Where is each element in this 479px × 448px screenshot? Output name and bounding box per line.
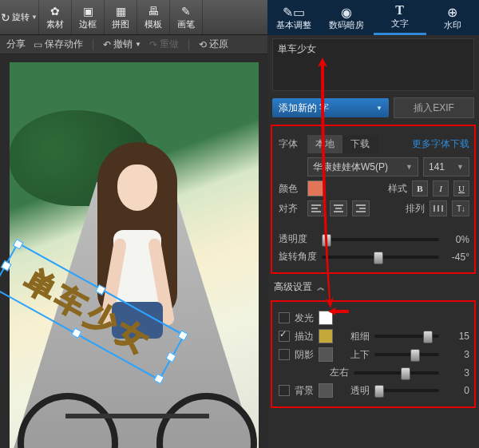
redo-button[interactable]: ↷重做 [149, 38, 179, 51]
glow-checkbox[interactable] [279, 312, 290, 323]
chevron-up-icon: ︽ [317, 282, 325, 293]
share-button[interactable]: 分享 [6, 38, 26, 51]
restore-button[interactable]: ⟲还原 [199, 38, 228, 51]
stroke-value: 15 [444, 331, 469, 342]
separator [93, 39, 93, 50]
save-action-button[interactable]: ▭保存动作 [34, 38, 83, 51]
font-section: 字体 本地 下载 更多字体下载 华康娃娃体W5(P)▼ 141▼ 颜色 样式 B… [271, 125, 476, 274]
stroke-color-swatch[interactable] [319, 329, 333, 343]
bg-checkbox[interactable] [279, 385, 290, 396]
text-panel: 単车少女 添加新的 字▼ 插入EXIF 字体 本地 下载 更多字体下载 华康娃娃… [267, 35, 479, 448]
color-label: 颜色 [279, 182, 303, 196]
stroke-thumb[interactable] [423, 331, 433, 343]
bg-opacity-slider[interactable] [374, 389, 439, 392]
separator [188, 39, 189, 50]
style-label: 样式 [388, 182, 407, 196]
brush-tool[interactable]: ✎画笔 [170, 0, 203, 34]
top-toolbar: ↻旋转▼ ✿素材 ▣边框 ▦拼图 🖶模板 ✎画笔 [0, 0, 267, 35]
tab-watermark[interactable]: ⊕水印 [426, 0, 479, 35]
bg-thumb[interactable] [374, 385, 384, 398]
angle-slider[interactable] [322, 256, 439, 259]
italic-button[interactable]: I [433, 180, 449, 196]
align-center-button[interactable] [330, 200, 347, 216]
stroke-label: 描边 [295, 330, 314, 343]
bg-color-swatch[interactable] [319, 383, 333, 398]
shadow-lr-thumb[interactable] [401, 367, 410, 380]
shadow-label: 阴影 [295, 348, 314, 362]
arrange-label: 排列 [406, 202, 425, 216]
angle-value: -45° [444, 252, 469, 263]
align-label: 对齐 [279, 202, 303, 216]
angle-thumb[interactable] [374, 252, 383, 264]
jigsaw-tool[interactable]: ▦拼图 [105, 0, 137, 34]
shadow-ud-value: 3 [444, 349, 469, 360]
glow-label: 发光 [295, 311, 314, 325]
shadow-color-swatch[interactable] [319, 347, 333, 362]
insert-exif-button[interactable]: 插入EXIF [394, 97, 474, 118]
bg-label: 背景 [295, 384, 314, 398]
more-fonts-link[interactable]: 更多字体下载 [412, 137, 469, 151]
opacity-label: 透明度 [279, 232, 317, 246]
opacity-slider[interactable] [322, 238, 439, 241]
opacity-thumb[interactable] [322, 234, 331, 247]
shadow-lr-slider[interactable] [354, 371, 439, 375]
font-family-select[interactable]: 华康娃娃体W5(P)▼ [307, 157, 418, 176]
shadow-ud-slider[interactable] [374, 353, 439, 356]
arrange-horizontal-button[interactable] [430, 200, 447, 216]
right-tabs: ✎▭基本调整 ◉数码暗房 T文字 ⊕水印 [267, 0, 479, 35]
font-tab-download[interactable]: 下载 [342, 135, 378, 153]
angle-label: 旋转角度 [279, 250, 317, 264]
template-tool[interactable]: 🖶模板 [137, 0, 170, 34]
shadow-lr-value: 3 [444, 367, 469, 379]
shadow-ud-thumb[interactable] [410, 349, 420, 362]
tab-darkroom[interactable]: ◉数码暗房 [320, 0, 373, 35]
font-label: 字体 [279, 137, 303, 151]
shadow-ud-label: 上下 [350, 348, 370, 362]
align-right-button[interactable] [352, 200, 370, 216]
advanced-section: 发光 描边 粗细 15 阴影 上下 3 左右 3 [271, 300, 476, 408]
arrange-vertical-button[interactable]: T↓ [452, 200, 469, 216]
glow-color-swatch[interactable] [319, 311, 333, 325]
opacity-value: 0% [444, 234, 469, 245]
add-new-text-button[interactable]: 添加新的 字▼ [272, 98, 389, 117]
undo-button[interactable]: ↶撤销▼ [103, 38, 141, 51]
text-color-swatch[interactable] [307, 180, 323, 196]
underline-button[interactable]: U [453, 180, 469, 196]
svg-text:T↓: T↓ [457, 204, 465, 213]
font-tab-local[interactable]: 本地 [307, 135, 342, 153]
bg-opacity-value: 0 [444, 385, 469, 396]
font-size-select[interactable]: 141▼ [423, 157, 469, 176]
border-tool[interactable]: ▣边框 [72, 0, 105, 34]
shadow-checkbox[interactable] [279, 349, 290, 360]
photo [10, 62, 259, 448]
tab-basic-adjust[interactable]: ✎▭基本调整 [267, 0, 320, 35]
rotate-tool[interactable]: ↻旋转▼ [0, 0, 39, 34]
stroke-checkbox[interactable] [279, 331, 290, 342]
stroke-thickness-label: 粗细 [350, 330, 370, 343]
bold-button[interactable]: B [412, 180, 428, 196]
canvas-area[interactable]: 单车少女 [0, 54, 267, 448]
align-left-button[interactable] [307, 200, 325, 216]
action-bar: 分享 ▭保存动作 ↶撤销▼ ↷重做 ⟲还原 [0, 35, 267, 54]
stroke-thickness-slider[interactable] [374, 335, 439, 338]
advanced-settings-header[interactable]: 高级设置 ︽ [267, 276, 479, 299]
shadow-lr-label: 左右 [330, 366, 349, 379]
text-input[interactable]: 単车少女 [272, 38, 474, 91]
tab-text[interactable]: T文字 [374, 0, 426, 35]
material-tool[interactable]: ✿素材 [39, 0, 72, 34]
bg-opacity-label: 透明 [350, 384, 370, 398]
